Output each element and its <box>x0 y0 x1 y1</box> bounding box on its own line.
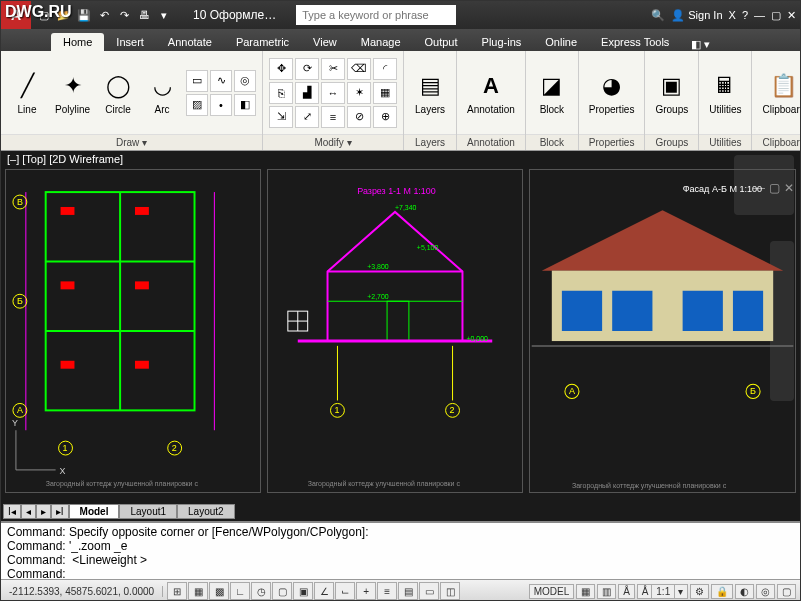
tab-home[interactable]: Home <box>51 33 104 51</box>
move-icon[interactable]: ✥ <box>269 58 293 80</box>
workspace-icon[interactable]: ⚙ <box>690 584 709 599</box>
explode-icon[interactable]: ✶ <box>347 82 371 104</box>
ribbon-options-icon[interactable]: ◧ ▾ <box>691 38 710 51</box>
lwt-icon[interactable]: ≡ <box>377 582 397 600</box>
layout-tab-1[interactable]: Layout1 <box>119 504 177 519</box>
properties-button[interactable]: ◕Properties <box>585 68 639 117</box>
layout-last-icon[interactable]: ▸I <box>51 504 69 519</box>
status-grid2-icon[interactable]: ▦ <box>576 584 595 599</box>
search-input[interactable] <box>296 5 456 25</box>
tab-output[interactable]: Output <box>413 33 470 51</box>
ellipse-icon[interactable]: ◎ <box>234 70 256 92</box>
viewport-header[interactable]: [–] [Top] [2D Wireframe] <box>7 153 123 165</box>
sc-icon[interactable]: ◫ <box>440 582 460 600</box>
erase-icon[interactable]: ⌫ <box>347 58 371 80</box>
clipboard-button[interactable]: 📋Clipboard <box>758 68 801 117</box>
tab-plugins[interactable]: Plug-ins <box>470 33 534 51</box>
tab-manage[interactable]: Manage <box>349 33 413 51</box>
cmd-prompt[interactable]: Command: <box>7 567 794 579</box>
utilities-button[interactable]: 🖩Utilities <box>705 68 745 117</box>
hatch-icon[interactable]: ▨ <box>186 94 208 116</box>
hardware-icon[interactable]: ◐ <box>735 584 754 599</box>
drawing-area[interactable]: [–] [Top] [2D Wireframe] — ▢ ✕ В Б А 1 <box>1 151 800 521</box>
spline-icon[interactable]: ∿ <box>210 70 232 92</box>
3dosnap-icon[interactable]: ▣ <box>293 582 313 600</box>
array-icon[interactable]: ▦ <box>373 82 397 104</box>
anno-scale-icon[interactable]: Å <box>618 584 635 599</box>
qat-redo-icon[interactable]: ↷ <box>115 6 133 24</box>
help-icon[interactable]: ? <box>742 9 748 21</box>
minimize-button[interactable]: — <box>754 9 765 21</box>
scale-button[interactable]: Å 1:1 ▾ <box>637 584 688 599</box>
isolate-icon[interactable]: ◎ <box>756 584 775 599</box>
close-button[interactable]: ✕ <box>787 9 796 22</box>
tab-online[interactable]: Online <box>533 33 589 51</box>
command-window[interactable]: Command: Specify opposite corner or [Fen… <box>1 521 800 579</box>
tab-express[interactable]: Express Tools <box>589 33 681 51</box>
qat-dropdown-icon[interactable]: ▾ <box>155 6 173 24</box>
snap-icon[interactable]: ▦ <box>188 582 208 600</box>
tpy-icon[interactable]: ▤ <box>398 582 418 600</box>
block-button[interactable]: ◪Block <box>532 68 572 117</box>
extend-icon[interactable]: ↔ <box>321 82 345 104</box>
point-icon[interactable]: • <box>210 94 232 116</box>
layout-next-icon[interactable]: ▸ <box>36 504 51 519</box>
copy-icon[interactable]: ⎘ <box>269 82 293 104</box>
layout-prev-icon[interactable]: ◂ <box>21 504 36 519</box>
scale-icon[interactable]: ⤢ <box>295 106 319 128</box>
ortho-icon[interactable]: ∟ <box>230 582 250 600</box>
maximize-button[interactable]: ▢ <box>771 9 781 22</box>
arc-button[interactable]: ◡Arc <box>142 68 182 117</box>
grid-icon[interactable]: ▩ <box>209 582 229 600</box>
status-coords[interactable]: -2112.5393, 45875.6021, 0.0000 <box>1 586 163 597</box>
region-icon[interactable]: ◧ <box>234 94 256 116</box>
circle-button[interactable]: ◯Circle <box>98 68 138 117</box>
clean-screen-icon[interactable]: ▢ <box>777 584 796 599</box>
viewport-facade[interactable]: Фасад А-Б М 1:100 А Б Загородный коттедж… <box>529 169 796 493</box>
qp-icon[interactable]: ▭ <box>419 582 439 600</box>
qat-new-icon[interactable]: ▢ <box>35 6 53 24</box>
viewport-section[interactable]: Разрез 1-1 М 1:100 +7,340 +5,100 +3,800 … <box>267 169 523 493</box>
infer-icon[interactable]: ⊞ <box>167 582 187 600</box>
panel-draw-label[interactable]: Draw ▾ <box>1 134 262 150</box>
rotate-icon[interactable]: ⟳ <box>295 58 319 80</box>
viewport-plan[interactable]: В Б А 1 2 Y X Загородный коттедж улучшен… <box>5 169 261 493</box>
qat-open-icon[interactable]: 📂 <box>55 6 73 24</box>
tab-view[interactable]: View <box>301 33 349 51</box>
layers-button[interactable]: ▤Layers <box>410 68 450 117</box>
line-button[interactable]: ╱Line <box>7 68 47 117</box>
panel-modify-label[interactable]: Modify ▾ <box>263 134 403 150</box>
exchange-icon[interactable]: X <box>729 9 736 21</box>
model-space-button[interactable]: MODEL <box>529 584 575 599</box>
ducs-icon[interactable]: ⌙ <box>335 582 355 600</box>
layout-first-icon[interactable]: I◂ <box>3 504 21 519</box>
layout-tab-model[interactable]: Model <box>69 504 120 519</box>
tab-insert[interactable]: Insert <box>104 33 156 51</box>
app-logo[interactable]: A <box>1 1 31 29</box>
osnap-icon[interactable]: ▢ <box>272 582 292 600</box>
trim-icon[interactable]: ✂ <box>321 58 345 80</box>
search-icon[interactable]: 🔍 <box>651 9 665 22</box>
groups-button[interactable]: ▣Groups <box>651 68 692 117</box>
otrack-icon[interactable]: ∠ <box>314 582 334 600</box>
tab-parametric[interactable]: Parametric <box>224 33 301 51</box>
qat-undo-icon[interactable]: ↶ <box>95 6 113 24</box>
lock-icon[interactable]: 🔒 <box>711 584 733 599</box>
status-layout-icon[interactable]: ▥ <box>597 584 616 599</box>
break-icon[interactable]: ⊘ <box>347 106 371 128</box>
offset-icon[interactable]: ≡ <box>321 106 345 128</box>
polyline-button[interactable]: ✦Polyline <box>51 68 94 117</box>
annotation-button[interactable]: AAnnotation <box>463 68 519 117</box>
rect-icon[interactable]: ▭ <box>186 70 208 92</box>
signin-button[interactable]: 👤 Sign In <box>671 9 722 22</box>
mirror-icon[interactable]: ▟ <box>295 82 319 104</box>
dyn-icon[interactable]: + <box>356 582 376 600</box>
join-icon[interactable]: ⊕ <box>373 106 397 128</box>
qat-save-icon[interactable]: 💾 <box>75 6 93 24</box>
fillet-icon[interactable]: ◜ <box>373 58 397 80</box>
stretch-icon[interactable]: ⇲ <box>269 106 293 128</box>
qat-print-icon[interactable]: 🖶 <box>135 6 153 24</box>
polar-icon[interactable]: ◷ <box>251 582 271 600</box>
layout-tab-2[interactable]: Layout2 <box>177 504 235 519</box>
tab-annotate[interactable]: Annotate <box>156 33 224 51</box>
